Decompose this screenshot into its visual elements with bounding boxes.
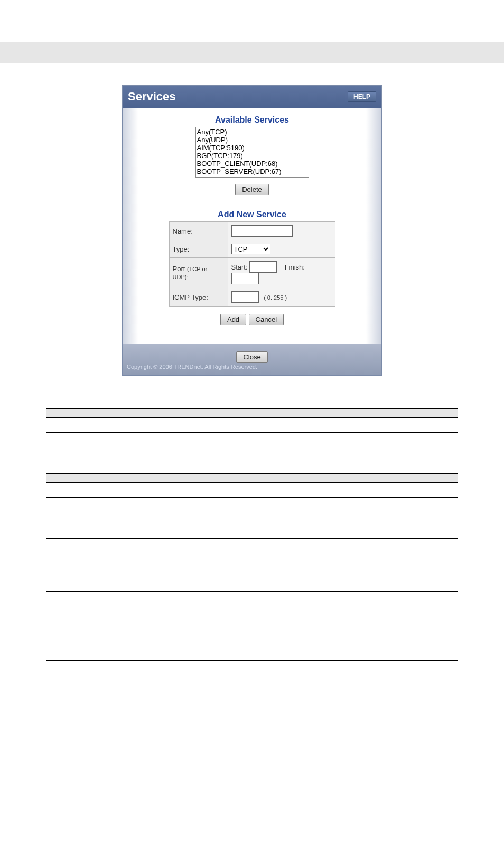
list-item[interactable]: Any(UDP) (197, 136, 307, 144)
list-item[interactable]: AIM(TCP:5190) (197, 144, 307, 152)
description-table (46, 408, 458, 661)
table-cell (46, 592, 134, 645)
list-item[interactable]: BGP(TCP:179) (197, 152, 307, 160)
table-cell (134, 433, 458, 474)
services-dialog: Services HELP Available Services Any(TCP… (122, 85, 382, 376)
table-cell (46, 645, 134, 661)
list-item[interactable]: BOOTP_SERVER(UDP:67) (197, 168, 307, 175)
start-label: Start: (231, 263, 248, 271)
icmp-type-input[interactable] (231, 291, 259, 303)
available-services-list[interactable]: Any(TCP) Any(UDP) AIM(TCP:5190) BGP(TCP:… (195, 127, 309, 178)
add-service-form: Name: Type: TCP Port (169, 221, 335, 307)
delete-button[interactable]: Delete (235, 184, 269, 195)
icmp-hint: ( 0..255 ) (264, 294, 287, 301)
page-top-bar (0, 42, 504, 63)
name-input[interactable] (231, 225, 293, 237)
cancel-button[interactable]: Cancel (249, 314, 284, 325)
table-cell (46, 539, 134, 592)
table-cell (134, 592, 458, 645)
table-cell (134, 539, 458, 592)
list-item[interactable]: Any(TCP) (197, 128, 307, 136)
table-cell (46, 433, 134, 474)
port-label: Port (TCP or UDP): (169, 258, 228, 288)
port-start-input[interactable] (249, 261, 277, 273)
type-select[interactable]: TCP (231, 244, 270, 254)
table-cell (134, 483, 458, 498)
table-cell (134, 645, 458, 661)
available-services-title: Available Services (128, 115, 376, 125)
table-cell (134, 418, 458, 433)
table-section (46, 474, 458, 483)
list-item[interactable]: BOOTP_CLIENT(UDP:68) (197, 160, 307, 168)
add-new-service-title: Add New Service (128, 210, 376, 219)
dialog-header: Services HELP (123, 86, 381, 108)
finish-label: Finish: (285, 263, 305, 271)
table-cell (134, 498, 458, 539)
table-section (46, 409, 458, 418)
close-button[interactable]: Close (236, 351, 267, 363)
port-finish-input[interactable] (231, 273, 259, 284)
table-cell (46, 483, 134, 498)
type-label: Type: (169, 240, 228, 258)
icmp-label: ICMP Type: (169, 288, 228, 307)
help-button[interactable]: HELP (348, 91, 376, 102)
add-button[interactable]: Add (220, 314, 246, 325)
copyright-text: Copyright © 2006 TRENDnet. All Rights Re… (123, 363, 381, 372)
table-cell (46, 498, 134, 539)
dialog-footer: Close Copyright © 2006 TRENDnet. All Rig… (123, 344, 381, 375)
dialog-title: Services (128, 90, 176, 104)
name-label: Name: (169, 222, 228, 240)
table-cell (46, 418, 134, 433)
